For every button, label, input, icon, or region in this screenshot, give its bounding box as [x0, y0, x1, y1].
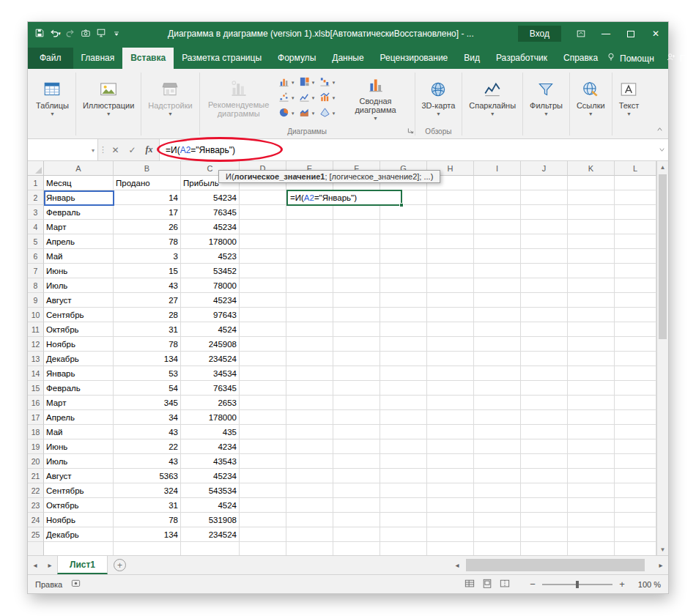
- cell-I20[interactable]: [474, 454, 521, 469]
- row-header-9[interactable]: 9: [28, 293, 44, 308]
- cell-C13[interactable]: 234524: [181, 352, 240, 366]
- formula-input[interactable]: =И(A2="Январь"): [160, 139, 655, 160]
- cell-E26[interactable]: [286, 542, 333, 555]
- ribbon-tab-data[interactable]: Данные: [324, 48, 371, 69]
- cell-B10[interactable]: 28: [114, 308, 181, 322]
- cell-L21[interactable]: [615, 469, 656, 483]
- assistant-button[interactable]: Помощн: [606, 52, 654, 64]
- cell-I26[interactable]: [474, 542, 521, 555]
- cell-C15[interactable]: 76345: [181, 381, 240, 396]
- ribbon-tab-home[interactable]: Главная: [73, 48, 123, 69]
- cell-G18[interactable]: [380, 425, 427, 439]
- cell-L5[interactable]: [615, 234, 656, 249]
- cell-E16[interactable]: [286, 396, 333, 410]
- cell-E6[interactable]: [286, 249, 333, 264]
- ribbon-button-hierarchy-chart[interactable]: ▼: [298, 76, 316, 90]
- cell-D15[interactable]: [240, 381, 286, 396]
- cell-C14[interactable]: 34534: [181, 366, 240, 381]
- cell-K14[interactable]: [568, 366, 615, 381]
- cell-C19[interactable]: 4234: [181, 439, 240, 454]
- cell-H21[interactable]: [427, 469, 474, 483]
- ribbon-button-sparklines[interactable]: Спарклайны▼: [464, 71, 520, 125]
- cell-F18[interactable]: [333, 425, 380, 439]
- fill-handle[interactable]: [399, 203, 404, 207]
- ribbon-button-illustrations[interactable]: Иллюстрации▼: [78, 71, 138, 125]
- cell-A4[interactable]: Март: [44, 220, 114, 234]
- cell-F12[interactable]: [333, 337, 380, 352]
- cell-L15[interactable]: [615, 381, 656, 396]
- enter-button[interactable]: ✓: [124, 145, 141, 155]
- cell-D5[interactable]: [240, 234, 286, 249]
- cell-I19[interactable]: [474, 439, 521, 454]
- cell-A15[interactable]: Февраль: [44, 381, 114, 396]
- cell-L17[interactable]: [615, 410, 656, 425]
- ribbon-tab-review[interactable]: Рецензирование: [372, 48, 456, 69]
- cell-F23[interactable]: [333, 498, 380, 513]
- cell-B8[interactable]: 43: [114, 278, 181, 293]
- cell-J17[interactable]: [521, 410, 568, 425]
- cell-L7[interactable]: [615, 264, 656, 278]
- cell-L11[interactable]: [615, 322, 656, 337]
- cell-H10[interactable]: [427, 308, 474, 322]
- cell-I16[interactable]: [474, 396, 521, 410]
- scroll-up-icon[interactable]: ▲: [657, 161, 668, 173]
- horizontal-scroll-track[interactable]: [464, 556, 654, 574]
- cell-C11[interactable]: 4524: [181, 322, 240, 337]
- cell-J14[interactable]: [521, 366, 568, 381]
- cell-I4[interactable]: [474, 220, 521, 234]
- cell-J2[interactable]: [521, 190, 568, 205]
- cell-H9[interactable]: [427, 293, 474, 308]
- cell-K18[interactable]: [568, 425, 615, 439]
- row-header-5[interactable]: 5: [28, 234, 44, 249]
- cell-H7[interactable]: [427, 264, 474, 278]
- cell-H23[interactable]: [427, 498, 474, 513]
- cell-F7[interactable]: [333, 264, 380, 278]
- cell-I21[interactable]: [474, 469, 521, 483]
- scroll-down-icon[interactable]: ▼: [657, 543, 668, 555]
- cell-B18[interactable]: 43: [114, 425, 181, 439]
- cell-L22[interactable]: [615, 483, 656, 498]
- cell-D22[interactable]: [240, 483, 286, 498]
- cell-D10[interactable]: [240, 308, 286, 322]
- page-break-view-icon[interactable]: [500, 579, 510, 590]
- cell-F19[interactable]: [333, 439, 380, 454]
- cell-D20[interactable]: [240, 454, 286, 469]
- cell-E14[interactable]: [286, 366, 333, 381]
- cell-L26[interactable]: [615, 542, 656, 555]
- cell-F6[interactable]: [333, 249, 380, 264]
- cell-A7[interactable]: Июнь: [44, 264, 114, 278]
- cell-J6[interactable]: [521, 249, 568, 264]
- cell-I1[interactable]: [474, 176, 521, 190]
- cell-E17[interactable]: [286, 410, 333, 425]
- cell-B14[interactable]: 53: [114, 366, 181, 381]
- cell-I10[interactable]: [474, 308, 521, 322]
- ribbon-display-options-icon[interactable]: [569, 22, 593, 45]
- cell-C21[interactable]: 45234: [181, 469, 240, 483]
- cell-L3[interactable]: [615, 205, 656, 220]
- row-header-15[interactable]: 15: [28, 381, 44, 396]
- cell-K11[interactable]: [568, 322, 615, 337]
- cell-I15[interactable]: [474, 381, 521, 396]
- cell-F9[interactable]: [333, 293, 380, 308]
- close-button[interactable]: ✕: [643, 22, 668, 45]
- cell-A24[interactable]: Ноябрь: [44, 513, 114, 527]
- cell-C9[interactable]: 45234: [181, 293, 240, 308]
- cell-A14[interactable]: Январь: [44, 366, 114, 381]
- cell-D8[interactable]: [240, 278, 286, 293]
- cell-A13[interactable]: Декабрь: [44, 352, 114, 366]
- qat-save-button[interactable]: [32, 26, 47, 42]
- cell-I6[interactable]: [474, 249, 521, 264]
- cell-C8[interactable]: 78000: [181, 278, 240, 293]
- cell-C7[interactable]: 53452: [181, 264, 240, 278]
- row-header-25[interactable]: 25: [28, 527, 44, 542]
- row-header-4[interactable]: 4: [28, 220, 44, 234]
- cell-D16[interactable]: [240, 396, 286, 410]
- cell-C10[interactable]: 97643: [181, 308, 240, 322]
- cell-B11[interactable]: 31: [114, 322, 181, 337]
- name-box-dropdown-icon[interactable]: ▾: [92, 147, 95, 154]
- cancel-button[interactable]: ✕: [107, 145, 124, 155]
- row-header-10[interactable]: 10: [28, 308, 44, 322]
- cell-H16[interactable]: [427, 396, 474, 410]
- cell-L16[interactable]: [615, 396, 656, 410]
- row-header-14[interactable]: 14: [28, 366, 44, 381]
